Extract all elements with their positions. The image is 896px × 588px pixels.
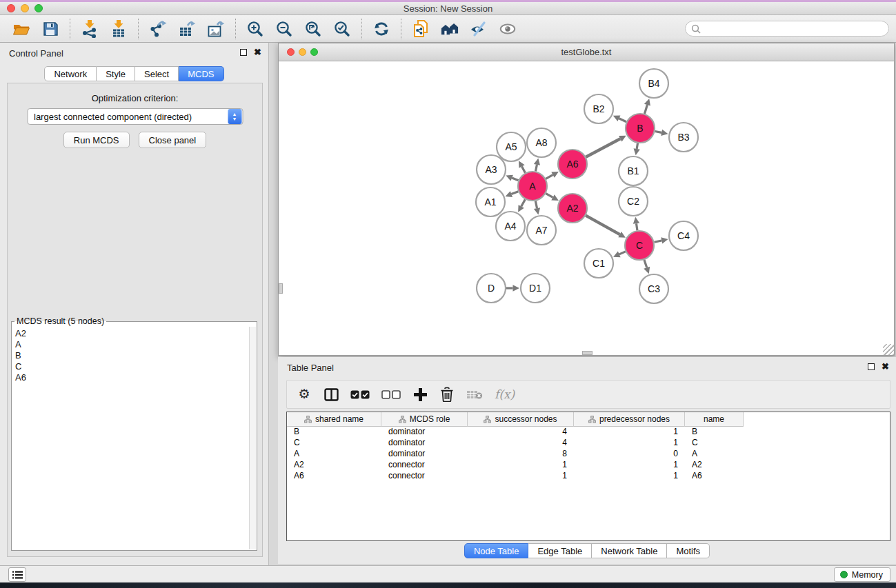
graph-edge-A-A2[interactable] xyxy=(546,194,552,198)
tab-motifs[interactable]: Motifs xyxy=(667,543,710,558)
graph-edge-A-A3[interactable] xyxy=(512,178,518,181)
cell-successor-nodes[interactable]: 4 xyxy=(468,427,574,438)
graph-edge-B-B2[interactable] xyxy=(619,119,626,122)
refresh-layout-button[interactable] xyxy=(372,19,390,39)
graph-node-C3[interactable] xyxy=(639,274,668,303)
cell-mcds-role[interactable]: dominator xyxy=(381,449,468,460)
graph-edge-A-A8[interactable] xyxy=(535,165,537,172)
mcds-result-scrollbar[interactable] xyxy=(249,327,256,549)
graph-node-A[interactable] xyxy=(518,172,547,201)
add-row-button[interactable] xyxy=(412,387,428,402)
graph-edge-A-A7[interactable] xyxy=(535,201,537,209)
task-history-button[interactable] xyxy=(8,567,26,582)
cell-name[interactable]: A xyxy=(685,449,744,460)
zoom-fit-button[interactable] xyxy=(304,19,322,39)
cell-mcds-role[interactable]: dominator xyxy=(381,438,468,449)
delete-rows-button[interactable] xyxy=(439,387,455,402)
tab-node-table[interactable]: Node Table xyxy=(464,543,529,558)
graph-node-A5[interactable] xyxy=(497,132,526,161)
graph-edge-B-B1[interactable] xyxy=(637,143,637,149)
table-row[interactable]: Adominator80A xyxy=(287,449,890,460)
duplicate-network-button[interactable] xyxy=(412,19,430,39)
export-image-button[interactable] xyxy=(207,19,225,39)
tab-network-table[interactable]: Network Table xyxy=(592,543,667,558)
graph-node-B3[interactable] xyxy=(669,123,698,152)
network-window-titlebar[interactable]: testGlobe.txt xyxy=(279,43,894,61)
graph-node-A2[interactable] xyxy=(558,194,587,223)
tab-style[interactable]: Style xyxy=(97,66,135,81)
show-graphics-details-button[interactable] xyxy=(499,19,517,39)
graph-edge-A-A1[interactable] xyxy=(511,192,518,194)
cell-shared-name[interactable]: C xyxy=(287,438,381,449)
cell-shared-name[interactable]: A2 xyxy=(287,460,381,471)
zoom-selected-button[interactable] xyxy=(333,19,351,39)
select-all-button[interactable] xyxy=(350,390,370,399)
graph-edge-C-C3[interactable] xyxy=(644,260,647,267)
close-panel-icon[interactable]: ✖ xyxy=(882,363,889,370)
mcds-result-item[interactable]: C xyxy=(15,361,249,372)
cell-shared-name[interactable]: A6 xyxy=(287,471,381,482)
graph-edge-B-B3[interactable] xyxy=(655,131,662,132)
cell-name[interactable]: A2 xyxy=(685,460,744,471)
graph-edge-C-C2[interactable] xyxy=(637,223,637,230)
graph-edge-C-C1[interactable] xyxy=(619,252,626,254)
graph-node-A3[interactable] xyxy=(477,155,506,184)
graph-node-D[interactable] xyxy=(477,274,506,303)
cell-name[interactable]: C xyxy=(685,438,744,449)
graph-node-A8[interactable] xyxy=(527,128,556,157)
mcds-result-item[interactable]: A6 xyxy=(15,372,249,383)
cell-predecessor-nodes[interactable]: 1 xyxy=(574,427,685,438)
graph-node-C2[interactable] xyxy=(619,187,648,216)
graph-node-C[interactable] xyxy=(625,231,654,260)
cell-shared-name[interactable]: B xyxy=(287,427,381,438)
search-input[interactable] xyxy=(704,23,883,34)
import-table-button[interactable] xyxy=(110,19,128,39)
splitter-grip[interactable] xyxy=(582,351,593,355)
cell-name[interactable]: B xyxy=(685,427,744,438)
cell-predecessor-nodes[interactable]: 1 xyxy=(574,438,685,449)
tab-edge-table[interactable]: Edge Table xyxy=(528,543,592,558)
cell-successor-nodes[interactable]: 1 xyxy=(468,460,574,471)
run-mcds-button[interactable]: Run MCDS xyxy=(63,132,130,148)
column-header-successor-nodes[interactable]: successor nodes xyxy=(468,412,574,427)
cell-successor-nodes[interactable]: 4 xyxy=(468,438,574,449)
graph-edge-A-A6[interactable] xyxy=(546,175,552,179)
table-row[interactable]: A2connector11A2 xyxy=(287,460,890,471)
export-network-button[interactable] xyxy=(149,19,167,39)
cell-predecessor-nodes[interactable]: 1 xyxy=(574,460,685,471)
open-session-button[interactable] xyxy=(12,19,30,39)
cell-name[interactable]: A6 xyxy=(685,471,744,482)
float-panel-icon[interactable] xyxy=(240,49,247,56)
graph-edge-A-A4[interactable] xyxy=(521,199,526,206)
graph-node-A6[interactable] xyxy=(558,150,587,179)
mcds-result-item[interactable]: A2 xyxy=(15,328,249,339)
cell-mcds-role[interactable]: connector xyxy=(381,460,468,471)
zoom-out-button[interactable] xyxy=(275,19,293,39)
column-header-predecessor-nodes[interactable]: predecessor nodes xyxy=(574,412,685,427)
deselect-all-button[interactable] xyxy=(381,390,401,399)
tab-mcds[interactable]: MCDS xyxy=(179,66,223,81)
column-header-mcds-role[interactable]: MCDS role xyxy=(381,412,468,427)
close-panel-button[interactable]: Close panel xyxy=(139,132,207,148)
close-panel-icon[interactable]: ✖ xyxy=(254,49,261,56)
graph-edge-A-A5[interactable] xyxy=(522,167,526,173)
graph-node-A7[interactable] xyxy=(527,216,556,245)
search-field[interactable] xyxy=(685,21,889,37)
memory-button[interactable]: Memory xyxy=(834,567,890,582)
first-neighbors-button[interactable] xyxy=(441,19,459,39)
cell-successor-nodes[interactable]: 1 xyxy=(468,471,574,482)
mcds-result-item[interactable]: A xyxy=(15,339,249,350)
float-panel-icon[interactable] xyxy=(868,363,875,370)
graph-node-C1[interactable] xyxy=(584,249,613,278)
import-network-button[interactable] xyxy=(81,19,99,39)
graph-edge-A6-B[interactable] xyxy=(586,139,620,156)
graph-node-D1[interactable] xyxy=(521,274,550,303)
cell-predecessor-nodes[interactable]: 1 xyxy=(574,471,685,482)
save-session-button[interactable] xyxy=(41,19,59,39)
cell-mcds-role[interactable]: connector xyxy=(381,471,468,482)
graph-node-B2[interactable] xyxy=(584,94,613,123)
tab-network[interactable]: Network xyxy=(44,66,97,81)
criterion-select[interactable]: largest connected component (directed) ▲… xyxy=(27,108,243,125)
graph-node-C4[interactable] xyxy=(669,221,698,250)
show-columns-button[interactable] xyxy=(323,388,339,401)
